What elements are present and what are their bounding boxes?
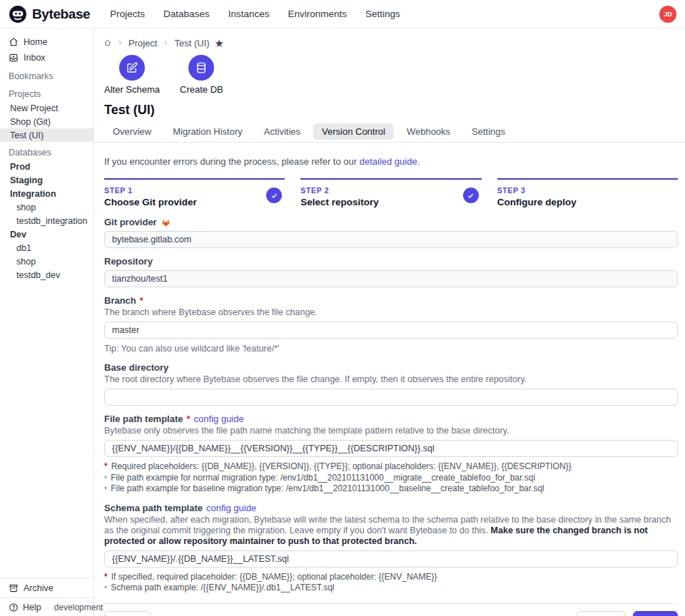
sidebar-db-shop-dev[interactable]: shop bbox=[0, 255, 93, 268]
nav-databases[interactable]: Databases bbox=[163, 9, 210, 19]
branch-tip: Tip: You can also use wildcard like 'fea… bbox=[104, 344, 678, 354]
breadcrumb: Project Test (UI) ★ bbox=[104, 37, 678, 48]
sidebar-item-archive[interactable]: Archive bbox=[0, 578, 93, 597]
cancel-button[interactable]: Cancel bbox=[104, 611, 151, 616]
required-asterisk: * bbox=[187, 414, 191, 424]
step-1-title: Choose Git provider bbox=[104, 197, 285, 209]
bytebase-logo-icon bbox=[9, 5, 27, 24]
file-path-config-guide-link[interactable]: config guide bbox=[194, 414, 244, 424]
finish-button[interactable]: Finish bbox=[633, 611, 678, 616]
bullet-item: *Required placeholders: {{DB_NAME}}, {{V… bbox=[104, 461, 678, 473]
home-icon bbox=[9, 37, 19, 47]
branch-desc: The branch where Bytebase observes the f… bbox=[104, 307, 678, 318]
alter-schema-label: Alter Schema bbox=[104, 84, 160, 95]
schema-path-template-desc: When specified, after each migration, By… bbox=[104, 515, 678, 547]
tab-webhooks[interactable]: Webhooks bbox=[398, 123, 459, 140]
git-provider-label-row: Git provider bbox=[104, 217, 678, 227]
page-title: Test (UI) bbox=[104, 103, 678, 118]
breadcrumb-home-icon[interactable] bbox=[104, 39, 111, 46]
tab-bar: Overview Migration History Activities Ve… bbox=[104, 123, 678, 140]
file-path-template-input[interactable] bbox=[104, 440, 678, 457]
sidebar-item-label: Home bbox=[24, 37, 47, 47]
sidebar-help-row: Help development bbox=[0, 597, 93, 616]
sidebar-item-home[interactable]: Home bbox=[0, 34, 93, 50]
detailed-guide-link[interactable]: detailed guide bbox=[360, 156, 417, 167]
help-label: Help bbox=[23, 602, 41, 612]
git-provider-input[interactable] bbox=[104, 231, 678, 248]
create-db-button[interactable]: Create DB bbox=[180, 55, 223, 95]
sidebar-db-db1[interactable]: db1 bbox=[0, 241, 93, 255]
tab-version-control[interactable]: Version Control bbox=[313, 123, 394, 140]
breadcrumb-project[interactable]: Project bbox=[128, 38, 157, 48]
tab-settings[interactable]: Settings bbox=[463, 123, 514, 140]
bytebase-logo[interactable]: Bytebase bbox=[9, 5, 90, 24]
sidebar-item-test-ui[interactable]: Test (UI) bbox=[0, 128, 93, 142]
nav-projects[interactable]: Projects bbox=[110, 9, 145, 19]
footer-divider bbox=[104, 603, 678, 604]
required-asterisk: * bbox=[140, 295, 143, 306]
base-directory-input[interactable] bbox=[104, 389, 678, 406]
sidebar-item-new-project[interactable]: New Project bbox=[0, 101, 93, 115]
nav-instances[interactable]: Instances bbox=[228, 9, 270, 19]
main-nav: Projects Databases Instances Environment… bbox=[110, 9, 400, 19]
schema-path-config-guide-link[interactable]: config guide bbox=[206, 503, 256, 513]
step-1-eyebrow: STEP 1 bbox=[104, 186, 285, 195]
tab-activities[interactable]: Activities bbox=[255, 123, 309, 140]
branch-field: Branch* The branch where Bytebase observ… bbox=[104, 295, 678, 354]
sidebar-env-prod[interactable]: Prod bbox=[0, 160, 93, 173]
step-3-title: Configure deploy bbox=[497, 197, 678, 209]
step-2-check-icon bbox=[463, 188, 479, 203]
branch-input[interactable] bbox=[104, 322, 678, 339]
sidebar-header-databases[interactable]: Databases bbox=[0, 145, 93, 160]
sidebar-item-shop-git[interactable]: Shop (Git) bbox=[0, 115, 93, 128]
step-2: STEP 2 Select repository bbox=[300, 178, 481, 209]
bookmark-star-icon[interactable]: ★ bbox=[215, 38, 224, 48]
step-2-title: Select repository bbox=[300, 197, 481, 209]
quick-actions: Alter Schema Create DB bbox=[104, 55, 678, 95]
sidebar-db-shop-integration[interactable]: shop bbox=[0, 200, 93, 214]
notice-suffix: . bbox=[417, 156, 420, 167]
form-footer: Cancel Back Finish bbox=[104, 611, 678, 616]
repository-field: Repository bbox=[104, 256, 678, 287]
chevron-right-icon bbox=[116, 39, 123, 46]
sidebar-spacer bbox=[0, 282, 93, 578]
git-provider-field: Git provider bbox=[104, 217, 678, 248]
help-button[interactable]: Help bbox=[9, 602, 41, 612]
sidebar-env-dev[interactable]: Dev bbox=[0, 227, 93, 241]
sidebar-db-testdb-dev[interactable]: testdb_dev bbox=[0, 268, 93, 282]
sidebar-db-testdb-integration[interactable]: testdb_integration bbox=[0, 214, 93, 227]
gitlab-icon bbox=[161, 217, 171, 227]
error-notice: If you encounter errors during the proce… bbox=[104, 156, 678, 168]
schema-path-template-label: Schema path template bbox=[104, 503, 203, 513]
schema-path-template-field: Schema path template config guide When s… bbox=[104, 503, 678, 594]
database-icon bbox=[195, 61, 208, 74]
bullet-item: •File path example for normal migration … bbox=[104, 473, 678, 484]
schema-path-template-input[interactable] bbox=[104, 550, 678, 568]
tab-overview[interactable]: Overview bbox=[104, 123, 160, 140]
back-button[interactable]: Back bbox=[577, 611, 626, 616]
base-directory-label: Base directory bbox=[104, 362, 168, 373]
create-db-label: Create DB bbox=[180, 84, 223, 95]
file-path-template-desc: Bytebase only observes the file path nam… bbox=[104, 426, 678, 436]
user-avatar[interactable]: JD bbox=[659, 6, 676, 23]
breadcrumb-current[interactable]: Test (UI) bbox=[174, 38, 209, 48]
step-3: STEP 3 Configure deploy bbox=[497, 178, 678, 209]
git-provider-label: Git provider bbox=[104, 217, 157, 227]
bullet-item: •File path example for baseline migratio… bbox=[104, 483, 678, 495]
alter-schema-button[interactable]: Alter Schema bbox=[104, 55, 160, 95]
nav-environments[interactable]: Environments bbox=[288, 9, 347, 19]
sidebar-item-inbox[interactable]: Inbox bbox=[0, 50, 93, 66]
tab-migration-history[interactable]: Migration History bbox=[164, 123, 251, 140]
sidebar-header-projects[interactable]: Projects bbox=[0, 87, 93, 101]
step-1: STEP 1 Choose Git provider bbox=[104, 178, 285, 209]
base-directory-desc: The root directory where Bytebase observ… bbox=[104, 374, 678, 385]
sidebar-env-integration[interactable]: Integration bbox=[0, 187, 93, 200]
sidebar-env-staging[interactable]: Staging bbox=[0, 173, 93, 187]
nav-settings[interactable]: Settings bbox=[365, 9, 400, 19]
file-path-template-field: File path template* config guide Bytebas… bbox=[104, 414, 678, 495]
create-db-circle bbox=[188, 55, 214, 81]
main-content: Project Test (UI) ★ Alter Schema Create … bbox=[94, 29, 685, 616]
sidebar-header-bookmarks[interactable]: Bookmarks bbox=[0, 69, 93, 83]
repository-input[interactable] bbox=[104, 270, 678, 287]
step-3-eyebrow: STEP 3 bbox=[497, 186, 678, 195]
